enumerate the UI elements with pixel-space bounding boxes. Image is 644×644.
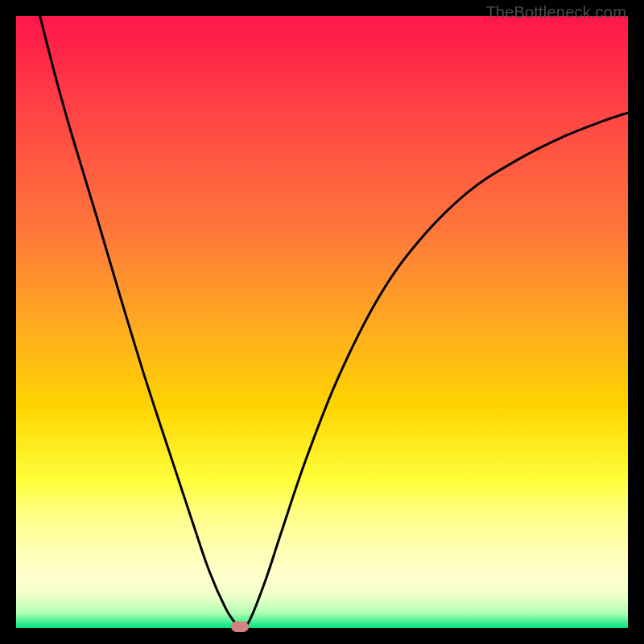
minimum-marker (231, 621, 249, 632)
watermark-text: TheBottleneck.com (485, 3, 626, 22)
plot-curve-layer (16, 16, 628, 628)
curve-path (40, 16, 628, 628)
